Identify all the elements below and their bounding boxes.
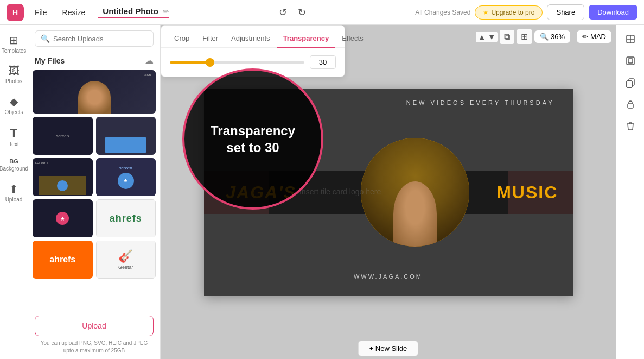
star-icon: ★ [483,9,489,16]
banner-text-right: MUSIC [496,182,558,202]
upload-note: You can upload PNG, SVG, HEIC and JPEG u… [35,339,154,355]
list-item[interactable]: 🎸 Geetar [96,241,156,279]
annotation-text: Transparencyset to 30 [211,122,295,156]
right-icon-layers[interactable] [621,51,640,71]
canvas-top-right: ▲ ▼ ⧉ ⊞ 🔍 36% ✏ MAD [476,29,611,44]
background-icon: BG [9,158,18,165]
objects-icon: ◆ [10,95,18,108]
annotation-callout: Transparencyset to 30 [182,68,323,210]
duplicate-icon[interactable]: ⧉ [500,30,514,44]
page-title: Untitled Photo [103,7,158,16]
layers-icon[interactable]: ⊞ [517,29,532,44]
search-input[interactable] [53,35,148,43]
sidebar-item-templates[interactable]: ⊞ Templates [2,29,27,58]
left-sidebar: ⊞ Templates 🖼 Photos ◆ Objects T Text BG… [0,25,28,359]
sidebar-item-upload[interactable]: ⬆ Upload [2,178,27,207]
list-item[interactable]: screen [33,158,93,196]
redo-button[interactable]: ↻ [295,5,309,20]
sidebar-item-objects[interactable]: ◆ Objects [2,91,27,119]
edit-icon: ✏ [582,33,588,41]
banner-top-text: NEW VIDEOS EVERY THURSDAY [406,99,554,106]
zoom-icon: 🔍 [540,33,549,41]
list-item[interactable]: screen ★ [96,158,156,196]
files-panel: 🔍 My Files ☁ ace screen [28,25,161,359]
sidebar-item-text[interactable]: T Text [2,122,27,152]
list-item[interactable]: ahrefs [96,199,156,237]
search-bar[interactable]: 🔍 [35,30,154,47]
title-container: Untitled Photo ✏ [98,7,169,18]
tab-adjustments[interactable]: Adjustments [225,30,277,48]
list-item[interactable] [96,117,156,155]
sidebar-item-photos[interactable]: 🖼 Photos [2,60,27,89]
tab-filter[interactable]: Filter [196,30,225,48]
right-sidebar [616,25,644,359]
canvas-bottom-bar: + New Slide [161,337,616,359]
files-grid: ace screen screen [28,70,160,311]
canvas-area: Crop Filter Adjustments Transparency Eff… [161,25,616,359]
right-icon-copy[interactable] [621,73,640,92]
svg-rect-6 [627,81,632,87]
right-icon-delete[interactable] [621,116,640,136]
list-item[interactable]: ace [33,70,156,114]
templates-icon: ⊞ [9,34,18,47]
tabs-row: Crop Filter Adjustments Transparency Eff… [161,30,345,48]
download-button[interactable]: Download [589,5,637,20]
svg-rect-4 [628,59,633,63]
files-search-area: 🔍 [28,25,160,51]
svg-rect-8 [628,104,633,108]
photos-icon: 🖼 [9,65,20,77]
slide-up-button[interactable]: ▲ [478,33,486,41]
list-item[interactable]: ahrefs [33,241,93,279]
right-icon-resize[interactable] [621,29,640,49]
zoom-value: 36% [551,33,565,41]
files-grid-inner: ace screen screen [33,70,156,279]
tab-crop[interactable]: Crop [168,30,196,48]
transparency-slider-thumb[interactable] [206,58,214,67]
zoom-control[interactable]: 🔍 36% [534,30,570,43]
banner-url: WWW.JAGA.COM [354,273,423,280]
my-files-header: My Files ☁ [28,51,160,70]
list-item[interactable]: screen [33,117,93,155]
new-slide-button[interactable]: + New Slide [358,341,419,356]
slide-down-button[interactable]: ▼ [488,33,495,41]
upgrade-button[interactable]: ★ Upgrade to pro [475,5,543,20]
sidebar-item-background[interactable]: BG Background [2,154,27,176]
edit-title-icon[interactable]: ✏ [163,7,169,16]
undo-redo-group: ↺ ↻ [276,5,309,20]
upload-area: Upload You can upload PNG, SVG, HEIC and… [28,311,160,359]
upload-button[interactable]: Upload [35,316,154,336]
share-button[interactable]: Share [547,4,584,20]
undo-button[interactable]: ↺ [276,5,290,20]
nav-file[interactable]: File [28,6,54,19]
cloud-icon[interactable]: ☁ [145,55,154,66]
right-icon-lock[interactable] [621,95,640,114]
tab-effects[interactable]: Effects [335,30,370,48]
upload-icon: ⬆ [9,182,18,196]
mad-label[interactable]: ✏ MAD [577,30,611,43]
transparency-slider-fill [170,61,210,64]
banner-logo-text: Insert tile card logo here [299,187,381,198]
app-logo[interactable]: H [7,4,24,21]
list-item[interactable]: ★ [33,199,93,237]
transparency-slider-track[interactable] [170,61,304,64]
svg-rect-3 [627,57,634,65]
text-icon: T [10,126,17,140]
saved-status: All Changes Saved [415,9,470,16]
topbar: H File Resize Untitled Photo ✏ ↺ ↻ All C… [0,0,644,25]
transparency-value[interactable]: 30 [310,55,336,69]
topbar-nav: File Resize [28,6,92,19]
my-files-title: My Files [35,56,65,65]
topbar-right: All Changes Saved ★ Upgrade to pro Share… [415,4,637,20]
topbar-center: ↺ ↻ [169,5,415,20]
main-layout: ⊞ Templates 🖼 Photos ◆ Objects T Text BG… [0,25,644,359]
tab-transparency[interactable]: Transparency [277,30,336,48]
nav-resize[interactable]: Resize [56,6,92,19]
search-icon: 🔍 [41,34,50,43]
